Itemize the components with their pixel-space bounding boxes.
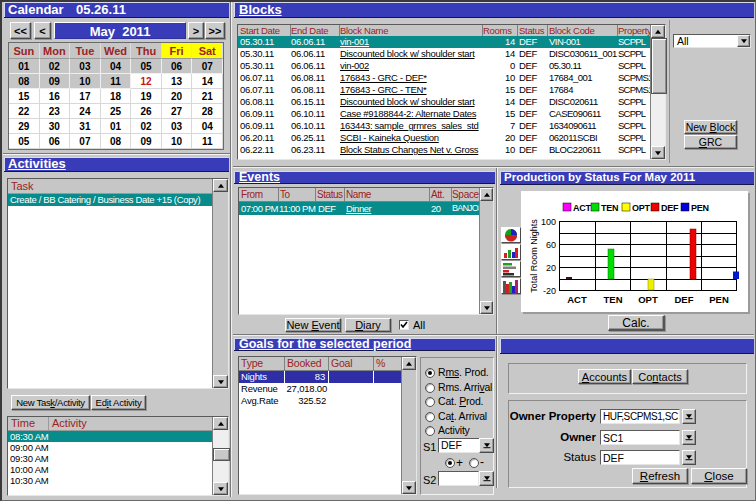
- svg-text:-20: -20: [543, 286, 556, 296]
- svg-text:TEN: TEN: [604, 294, 623, 305]
- svg-text:OPT: OPT: [638, 294, 658, 305]
- svg-text:DEF: DEF: [661, 203, 679, 213]
- svg-text:ACT: ACT: [567, 294, 587, 305]
- svg-text:60: 60: [546, 240, 556, 250]
- svg-text:OPT: OPT: [632, 203, 651, 213]
- svg-text:PEN: PEN: [691, 203, 709, 213]
- svg-text:TEN: TEN: [601, 203, 618, 213]
- svg-text:Total Room Nights: Total Room Nights: [529, 219, 539, 293]
- svg-text:PEN: PEN: [709, 294, 729, 305]
- svg-text:ACT: ACT: [573, 203, 592, 213]
- svg-text:DEF: DEF: [675, 294, 694, 305]
- svg-text:20: 20: [546, 263, 556, 273]
- svg-text:100: 100: [541, 217, 556, 227]
